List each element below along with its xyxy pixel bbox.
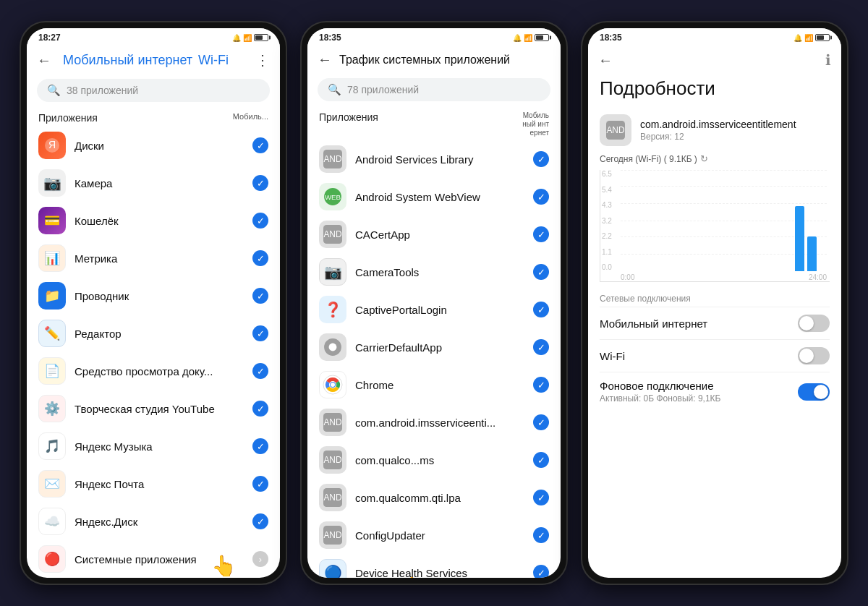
search-placeholder-2: 78 приложений (347, 84, 419, 95)
list-item[interactable]: Chrome ✓ (307, 366, 561, 404)
y-label-6: 6.5 (602, 170, 621, 178)
app-name: com.android.imsserviceenti... (355, 417, 524, 429)
chart-bars-container (795, 206, 817, 271)
phone-1: 18:27 🔔 📶 ← Мобильный интернетWi-Fi ⋮ (20, 21, 287, 585)
background-connection-toggle[interactable] (798, 383, 830, 401)
list-item[interactable]: AND com.android.imsserviceenti... ✓ (307, 404, 561, 441)
list-item[interactable]: ☁️ Яндекс.Диск ✓ (27, 503, 280, 540)
back-button-1[interactable]: ← (37, 52, 51, 69)
mobile-internet-toggle[interactable] (798, 315, 830, 332)
list-item[interactable]: AND com.qualcomm.qti.lpa ✓ (307, 479, 561, 516)
wifi-icon-2: 📶 (524, 34, 532, 42)
search-bar-2[interactable]: 🔍 78 приложений (318, 78, 550, 101)
app-name: com.qualcomm.qti.lpa (355, 492, 524, 504)
app-name: Камера (75, 177, 244, 189)
back-button-2[interactable]: ← (318, 51, 332, 68)
list-item[interactable]: 📷 CameraTools ✓ (307, 253, 561, 291)
list-item[interactable]: AND com.qualco...ms ✓ (307, 441, 561, 479)
toggle-check[interactable]: ✓ (533, 377, 549, 393)
list-item[interactable]: 🔴 Системные приложения › (27, 540, 280, 578)
y-label-4: 4.3 (602, 201, 621, 209)
y-label-3: 3.2 (602, 217, 621, 225)
toggle-check[interactable]: ✓ (533, 527, 549, 543)
toggle-check[interactable]: ✓ (252, 213, 268, 229)
wifi-toggle[interactable] (798, 347, 830, 364)
toggle-check[interactable]: ✓ (252, 137, 268, 153)
detail-app-header: AND com.android.imsserviceentitlement Ве… (588, 107, 841, 150)
background-connection-row[interactable]: Фоновое подключение Активный: 0Б Фоновый… (588, 372, 841, 411)
toggle-check[interactable]: › (252, 551, 268, 567)
time-1: 18:27 (38, 33, 61, 43)
date-filter-bar[interactable]: Сегодня (Wi-Fi) ( 9.1КБ ) ↻ (588, 150, 841, 167)
more-menu-button[interactable]: ⋮ (255, 51, 270, 69)
refresh-icon[interactable]: ↻ (700, 153, 708, 164)
y-label-1: 1.1 (602, 248, 621, 256)
section-label-1: Приложения (38, 112, 98, 124)
alarm-icon: 🔔 (232, 34, 241, 42)
list-item[interactable]: CarrierDefaultApp ✓ (307, 328, 561, 366)
battery-3 (815, 34, 830, 41)
app-name: Творческая студия YouTube (75, 403, 244, 415)
toggle-check[interactable]: ✓ (252, 175, 268, 191)
list-item[interactable]: ✏️ Редактор ✓ (27, 315, 280, 352)
toggle-check[interactable]: ✓ (533, 414, 549, 430)
y-label-0: 0.0 (602, 263, 621, 271)
search-bar-1[interactable]: 🔍 38 приложений (37, 79, 270, 102)
list-item[interactable]: 📷 Камера ✓ (27, 164, 280, 202)
list-item[interactable]: ✉️ Яндекс Почта ✓ (27, 465, 280, 503)
app-name: CarrierDefaultApp (355, 341, 524, 354)
toggle-check[interactable]: ✓ (533, 302, 549, 317)
svg-text:Я: Я (48, 139, 56, 150)
toggle-check[interactable]: ✓ (533, 151, 549, 167)
toggle-check[interactable]: ✓ (533, 339, 549, 355)
toggle-check[interactable]: ✓ (252, 476, 268, 492)
toggle-check[interactable]: ✓ (252, 438, 268, 454)
toggle-check[interactable]: ✓ (533, 226, 549, 242)
list-item[interactable]: 📊 Метрика ✓ (27, 239, 280, 277)
toolbar-3: ← ℹ (588, 46, 841, 74)
list-item[interactable]: AND CACertApp ✓ (307, 215, 561, 253)
toggle-check[interactable]: ✓ (252, 401, 268, 417)
toggle-check[interactable]: ✓ (533, 565, 549, 578)
section-label-2: Приложения (319, 111, 378, 123)
list-item[interactable]: AND ConfigUpdater ✓ (307, 516, 561, 554)
list-item[interactable]: AND Android Services Library ✓ (307, 140, 561, 178)
toggle-check[interactable]: ✓ (533, 490, 549, 505)
toggle-check[interactable]: ✓ (252, 363, 268, 379)
list-item[interactable]: ❓ CaptivePortalLogin ✓ (307, 291, 561, 328)
list-item[interactable]: 🎵 Яндекс Музыка ✓ (27, 427, 280, 465)
toggle-check[interactable]: ✓ (252, 325, 268, 341)
list-item[interactable]: 📁 Проводник ✓ (27, 277, 280, 315)
toggle-check[interactable]: ✓ (252, 250, 268, 266)
list-item[interactable]: 📄 Средство просмотра доку... ✓ (27, 352, 280, 390)
toggle-check[interactable]: ✓ (533, 452, 549, 468)
app-icon-camera: 📷 (38, 169, 66, 197)
y-label-2: 2.2 (602, 232, 621, 240)
svg-point-9 (329, 343, 337, 351)
app-name: Проводник (75, 290, 244, 302)
toggle-check[interactable]: ✓ (533, 189, 549, 205)
list-item[interactable]: WEB Android System WebView ✓ (307, 178, 561, 215)
app-icon-ims: AND (319, 409, 346, 436)
app-icon-qualcomm1: AND (319, 446, 346, 474)
background-connection-label: Фоновое подключение (600, 380, 798, 392)
mobile-internet-toggle-row[interactable]: Мобильный интернет 👆 (588, 307, 841, 339)
back-button-3[interactable]: ← (598, 52, 613, 69)
app-icon-devicehealth: 🔵 (319, 559, 346, 578)
status-bar-3: 18:35 🔔 📶 (588, 28, 841, 46)
app-name: com.qualco...ms (355, 454, 524, 466)
toggle-check[interactable]: ✓ (252, 513, 268, 529)
svg-text:AND: AND (323, 417, 342, 427)
list-item[interactable]: 💳 Кошелёк ✓ (27, 202, 280, 239)
y-label-5: 5.4 (602, 186, 621, 194)
wifi-toggle-row[interactable]: Wi-Fi (588, 340, 841, 372)
toggle-check[interactable]: ✓ (252, 288, 268, 304)
list-item[interactable]: Я Диски ✓ (27, 127, 280, 164)
toggle-check[interactable]: ✓ (533, 264, 549, 280)
info-button[interactable]: ℹ (825, 51, 831, 69)
battery-icon (254, 34, 268, 41)
svg-text:AND: AND (323, 154, 342, 164)
list-item[interactable]: 🔵 Device Health Services ✓ (307, 554, 561, 578)
col-label-1: Мобиль... (233, 112, 268, 121)
list-item[interactable]: ⚙️ Творческая студия YouTube ✓ (27, 390, 280, 427)
